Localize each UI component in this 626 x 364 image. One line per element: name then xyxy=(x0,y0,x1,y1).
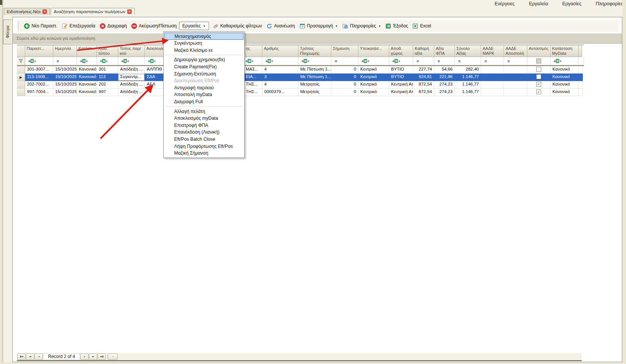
cell[interactable]: 274,23 xyxy=(434,81,455,89)
column-header[interactable]: Ημερ/νία xyxy=(53,45,77,57)
column-header[interactable]: ΑΑΔΕ ΜΑΡΚ xyxy=(481,45,504,57)
cell[interactable]: Κανονικό xyxy=(77,66,97,74)
edit-button[interactable]: Επεξεργασία xyxy=(60,22,98,30)
cell[interactable]: 997 xyxy=(97,89,118,96)
last-record-button[interactable]: ▸▸▮ xyxy=(98,353,106,360)
column-header[interactable]: Κατάσταση MyData xyxy=(551,45,579,57)
toolbar-grip[interactable] xyxy=(18,22,20,30)
tab-close-icon[interactable]: ✕ xyxy=(127,9,132,14)
cell[interactable]: Κανονικό xyxy=(551,66,579,74)
cell[interactable]: Απόδειξη ... xyxy=(118,81,145,89)
menu-item[interactable]: Μαζική Σήμανση xyxy=(164,150,244,157)
column-header[interactable]: Υποκατάσ... xyxy=(358,45,389,57)
cell[interactable]: 274,23 xyxy=(434,89,455,96)
menu-item[interactable]: Μετασχηματισμός xyxy=(164,33,244,40)
cell[interactable]: Συγκεντρ... xyxy=(118,74,145,81)
column-header[interactable]: Σύνολο Αξίας xyxy=(455,45,481,57)
tasks-dropdown-button[interactable]: Εργασίες ▼ xyxy=(179,22,209,30)
filter-cell[interactable]: = xyxy=(504,57,527,65)
filter-cell[interactable] xyxy=(527,57,551,65)
cell[interactable]: 872,54 xyxy=(413,89,434,96)
filter-cell[interactable]: aBc xyxy=(25,57,53,65)
cell[interactable] xyxy=(527,74,551,81)
cell[interactable]: 113-1008... xyxy=(25,74,53,81)
row-indicator[interactable] xyxy=(17,81,25,89)
cell[interactable]: 1.146,77 xyxy=(455,74,481,81)
filter-cell[interactable]: aBc xyxy=(389,57,413,65)
clear-filters-button[interactable]: Καθαρισμός φίλτρων xyxy=(211,22,264,30)
cell[interactable]: 282,40 xyxy=(455,66,481,74)
menu-item[interactable]: Αλλαγή πελάτη xyxy=(164,108,244,115)
menu-item[interactable]: Αποστολή myData xyxy=(164,91,244,98)
delete-button[interactable]: Διαγραφή xyxy=(98,22,129,30)
menu-item[interactable]: Διεκπεραίωση Eft/Pos xyxy=(164,77,244,84)
cell[interactable]: 227,74 xyxy=(413,66,434,74)
prev-page-button[interactable]: ◂◂ xyxy=(26,353,34,360)
column-header[interactable]: Τύπος παρ/κού xyxy=(118,45,145,57)
menu-item[interactable]: Συγκέντρωση xyxy=(164,40,244,47)
cell[interactable]: 15/10/2025 xyxy=(53,74,77,81)
column-header[interactable]: Καθαρή αξία xyxy=(413,45,434,57)
cancel-credit-button[interactable]: Ακύρωση/Πίστωση xyxy=(129,22,179,30)
cell[interactable]: Κανονικό xyxy=(551,89,579,96)
next-page-button[interactable]: ▸▸ xyxy=(89,353,97,360)
cell[interactable] xyxy=(481,74,504,81)
excel-export-button[interactable]: Excel xyxy=(410,22,433,30)
cell[interactable]: Μετρητοίς xyxy=(298,89,331,96)
cell[interactable] xyxy=(481,89,504,96)
menubar-item-tasks[interactable]: Εργασίες xyxy=(561,1,583,7)
filter-cell[interactable]: = xyxy=(434,57,455,65)
cell[interactable]: Μετρητοίς xyxy=(298,81,331,89)
row-indicator-header[interactable] xyxy=(17,45,25,57)
cell[interactable]: 202 xyxy=(97,81,118,89)
cell[interactable]: 1.146,77 xyxy=(455,89,481,96)
cell[interactable]: ΒΥΤΙΟ xyxy=(389,74,413,81)
cell[interactable]: 0 xyxy=(331,74,358,81)
row-indicator[interactable] xyxy=(17,66,25,74)
filter-cell[interactable]: aBc xyxy=(551,57,579,65)
cell[interactable]: 0 xyxy=(331,89,358,96)
row-indicator[interactable] xyxy=(17,89,25,96)
cell[interactable]: 15/10/2025 xyxy=(53,66,77,74)
cell[interactable]: Κεντρική Απ... xyxy=(389,89,413,96)
menu-item[interactable]: Μαζικό Κλείσιμο εε xyxy=(164,47,244,54)
filter-cell[interactable]: aBc xyxy=(97,57,118,65)
row-checkbox[interactable] xyxy=(536,82,541,87)
filter-cell[interactable]: = xyxy=(413,57,434,65)
cell[interactable]: ΒΥΤΙΟ xyxy=(389,66,413,74)
new-document-button[interactable]: Νέο Παραστ. xyxy=(22,22,60,30)
column-header[interactable]: Αξία ΦΠΑ xyxy=(434,45,455,57)
collapsed-left-panel[interactable] xyxy=(0,0,3,364)
menu-item[interactable]: Eft/Pos Batch Close xyxy=(164,136,244,143)
cell[interactable]: Κανονικό xyxy=(77,89,97,96)
cell[interactable] xyxy=(527,89,551,96)
cell[interactable]: Με Πίστωση 1... xyxy=(298,66,331,74)
table-row[interactable]: ▶113-1008...15/10/2025Κανονικό113Συγκεντ… xyxy=(17,74,584,81)
row-indicator[interactable]: ▶ xyxy=(17,74,25,81)
cell[interactable]: 54,66 xyxy=(434,66,455,74)
checkbox-filter-icon[interactable] xyxy=(536,59,541,63)
menubar-item-tools[interactable]: Εργαλεία xyxy=(527,1,549,7)
first-record-button[interactable]: ▮◂◂ xyxy=(17,353,26,360)
cell[interactable]: 1.146,77 xyxy=(455,81,481,89)
cell[interactable]: Απόδειξη ... xyxy=(118,66,145,74)
row-checkbox[interactable] xyxy=(536,74,541,79)
next-record-button[interactable]: ▸ xyxy=(80,353,89,360)
exit-button[interactable]: Έξοδος xyxy=(383,22,410,30)
column-header[interactable]: ΑΑΔΕ Αποστολή xyxy=(504,45,527,57)
table-row[interactable]: 202-7002...15/10/2025Κανονικό202Απόδειξη… xyxy=(17,81,584,89)
cell[interactable]: 0000379... xyxy=(262,89,298,96)
menu-item[interactable]: Διαγραφή Full xyxy=(164,98,244,105)
menu-item[interactable]: Create Payment(Fix) xyxy=(164,63,244,71)
column-header[interactable]: Σήμανση xyxy=(331,45,358,57)
filter-cell[interactable]: = xyxy=(455,57,481,65)
menu-item[interactable]: Αντιγραφή παρ/κού xyxy=(164,84,244,92)
cell[interactable]: Κεντρικό xyxy=(358,81,389,89)
cell[interactable] xyxy=(504,74,527,81)
cell[interactable] xyxy=(527,81,551,89)
cell[interactable] xyxy=(527,66,551,74)
row-checkbox[interactable] xyxy=(536,89,541,94)
cell[interactable]: 113 xyxy=(97,74,118,81)
cell[interactable]: Κανονικό xyxy=(77,74,97,81)
filter-cell[interactable]: aBc xyxy=(298,57,331,65)
